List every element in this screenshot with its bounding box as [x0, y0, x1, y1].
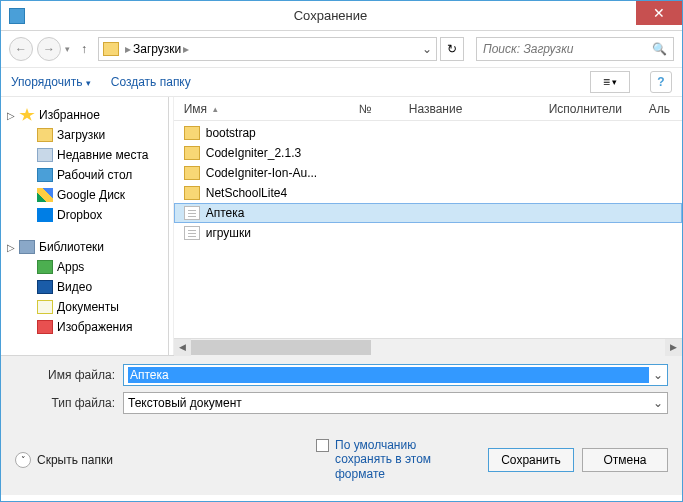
cancel-button[interactable]: Отмена: [582, 448, 668, 472]
file-row[interactable]: bootstrap: [174, 123, 682, 143]
gdrive-icon: [37, 188, 53, 202]
file-name: CodeIgniter_2.1.3: [206, 146, 301, 160]
sidebar-item-images[interactable]: Изображения: [1, 317, 168, 337]
sidebar-item-label: Рабочий стол: [57, 168, 132, 182]
search-icon[interactable]: 🔍: [652, 42, 667, 56]
scroll-left-icon[interactable]: ◀: [174, 339, 191, 356]
chevron-icon: ▷: [7, 110, 15, 121]
search-box[interactable]: 🔍: [476, 37, 674, 61]
chevron-up-icon: ˅: [15, 452, 31, 468]
column-headers: Имя▴ № Название Исполнители Аль: [174, 97, 682, 121]
file-row[interactable]: CodeIgniter_2.1.3: [174, 143, 682, 163]
libraries-icon: [19, 240, 35, 254]
toolbar: Упорядочить ▾ Создать папку ≡▾ ?: [1, 67, 682, 97]
sidebar-item-label: Загрузки: [57, 128, 105, 142]
file-name: NetSchoolLite4: [206, 186, 287, 200]
documents-icon: [37, 300, 53, 314]
scroll-track[interactable]: [191, 339, 665, 356]
sidebar-item-dropbox[interactable]: Dropbox: [1, 205, 168, 225]
sidebar-item-gdrive[interactable]: Google Диск: [1, 185, 168, 205]
file-name: Аптека: [206, 206, 245, 220]
column-performers[interactable]: Исполнители: [549, 102, 649, 116]
footer: ˅ Скрыть папки По умолчанию сохранять в …: [1, 430, 682, 495]
folder-icon: [37, 128, 53, 142]
scroll-right-icon[interactable]: ▶: [665, 339, 682, 356]
organize-menu[interactable]: Упорядочить ▾: [11, 75, 91, 89]
save-button[interactable]: Сохранить: [488, 448, 574, 472]
sidebar-item-desktop[interactable]: Рабочий стол: [1, 165, 168, 185]
column-album[interactable]: Аль: [649, 102, 682, 116]
images-icon: [37, 320, 53, 334]
file-icon: [184, 206, 200, 220]
filename-label: Имя файла:: [15, 368, 123, 382]
new-folder-button[interactable]: Создать папку: [111, 75, 191, 89]
filetype-label: Тип файла:: [15, 396, 123, 410]
filetype-field[interactable]: Текстовый документ ⌄: [123, 392, 668, 414]
sort-indicator-icon: ▴: [213, 104, 218, 114]
main-area: ▷ Избранное Загрузки Недавние места Рабо…: [1, 97, 682, 355]
sidebar-item-label: Google Диск: [57, 188, 125, 202]
filename-dropdown-icon[interactable]: ⌄: [653, 368, 663, 382]
breadcrumb-item[interactable]: Загрузки: [133, 42, 181, 56]
column-name[interactable]: Имя▴: [184, 102, 359, 116]
sidebar-item-apps[interactable]: Apps: [1, 257, 168, 277]
dropbox-icon: [37, 208, 53, 222]
default-format-checkbox[interactable]: По умолчанию сохранять в этом формате: [316, 438, 456, 481]
sidebar-item-video[interactable]: Видео: [1, 277, 168, 297]
sidebar-item-downloads[interactable]: Загрузки: [1, 125, 168, 145]
star-icon: [19, 108, 35, 122]
file-name: bootstrap: [206, 126, 256, 140]
folder-icon: [103, 42, 119, 56]
up-button[interactable]: ↑: [74, 39, 94, 59]
sidebar-item-label: Apps: [57, 260, 84, 274]
sidebar-item-recent[interactable]: Недавние места: [1, 145, 168, 165]
sidebar-item-label: Библиотеки: [39, 240, 104, 254]
hide-folders-button[interactable]: ˅ Скрыть папки: [15, 452, 113, 468]
sidebar-favorites-header[interactable]: ▷ Избранное: [1, 105, 168, 125]
refresh-button[interactable]: ↻: [440, 37, 464, 61]
folder-icon: [184, 126, 200, 140]
sidebar-item-label: Изображения: [57, 320, 132, 334]
sidebar-item-label: Dropbox: [57, 208, 102, 222]
sidebar-item-label: Недавние места: [57, 148, 148, 162]
folder-icon: [184, 146, 200, 160]
horizontal-scrollbar[interactable]: ◀ ▶: [174, 338, 682, 355]
sidebar-libraries-header[interactable]: ▷ Библиотеки: [1, 237, 168, 257]
address-bar[interactable]: ▸ Загрузки ▸ ⌄: [98, 37, 437, 61]
file-row[interactable]: Аптека: [174, 203, 682, 223]
desktop-icon: [37, 168, 53, 182]
file-row[interactable]: NetSchoolLite4: [174, 183, 682, 203]
filetype-dropdown-icon[interactable]: ⌄: [653, 396, 663, 410]
sidebar: ▷ Избранное Загрузки Недавние места Рабо…: [1, 97, 169, 355]
search-input[interactable]: [483, 42, 652, 56]
view-options-button[interactable]: ≡▾: [590, 71, 630, 93]
folder-icon: [184, 166, 200, 180]
back-button[interactable]: ←: [9, 37, 33, 61]
forward-button[interactable]: →: [37, 37, 61, 61]
navigation-bar: ← → ▾ ↑ ▸ Загрузки ▸ ⌄ ↻ 🔍: [1, 31, 682, 67]
column-num[interactable]: №: [359, 102, 409, 116]
sidebar-item-documents[interactable]: Документы: [1, 297, 168, 317]
file-icon: [184, 226, 200, 240]
window-title: Сохранение: [25, 8, 636, 23]
breadcrumb-separator-icon: ▸: [183, 42, 189, 56]
column-title[interactable]: Название: [409, 102, 549, 116]
hide-folders-label: Скрыть папки: [37, 453, 113, 467]
file-row[interactable]: CodeIgniter-Ion-Au...: [174, 163, 682, 183]
checkbox-icon[interactable]: [316, 439, 329, 452]
history-dropdown-icon[interactable]: ▾: [65, 44, 70, 54]
video-icon: [37, 280, 53, 294]
filetype-value: Текстовый документ: [128, 396, 649, 410]
sidebar-item-label: Документы: [57, 300, 119, 314]
file-list: bootstrapCodeIgniter_2.1.3CodeIgniter-Io…: [174, 121, 682, 338]
filename-input[interactable]: [128, 367, 649, 383]
chevron-icon: ▷: [7, 242, 15, 253]
apps-icon: [37, 260, 53, 274]
app-icon: [9, 8, 25, 24]
help-button[interactable]: ?: [650, 71, 672, 93]
close-button[interactable]: ✕: [636, 1, 682, 25]
scroll-thumb[interactable]: [191, 340, 371, 355]
filename-field[interactable]: ⌄: [123, 364, 668, 386]
address-dropdown-icon[interactable]: ⌄: [422, 42, 432, 56]
file-row[interactable]: игрушки: [174, 223, 682, 243]
